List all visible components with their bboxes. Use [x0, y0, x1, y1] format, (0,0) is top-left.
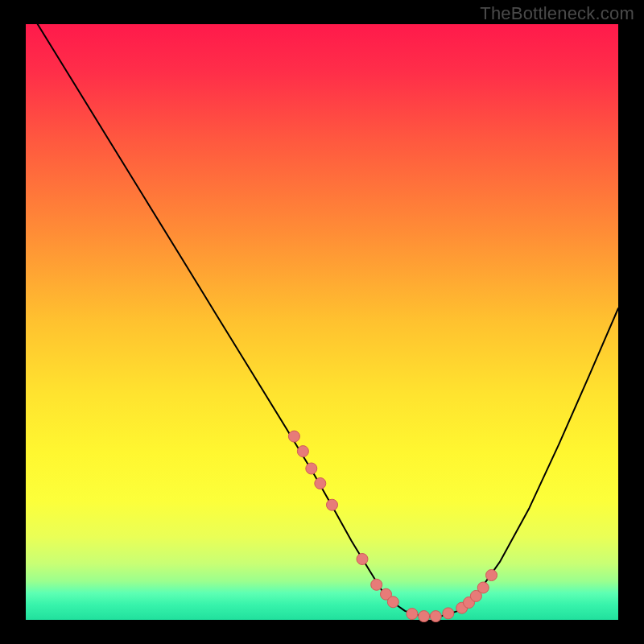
fit-marker: [371, 579, 382, 590]
fit-marker: [430, 611, 441, 622]
chart-frame: TheBottleneck.com: [0, 0, 644, 644]
fit-marker: [477, 582, 489, 593]
fit-marker: [443, 608, 454, 619]
fit-marker: [486, 570, 497, 581]
fit-marker: [419, 611, 430, 622]
fit-marker: [297, 446, 308, 457]
fit-marker: [407, 609, 418, 620]
watermark-text: TheBottleneck.com: [480, 3, 634, 24]
fit-marker: [327, 499, 338, 510]
fit-marker: [315, 478, 326, 489]
fit-marker: [288, 431, 299, 442]
fit-marker: [357, 554, 368, 565]
fit-marker: [387, 597, 398, 608]
gradient-background: [26, 24, 618, 620]
bottleneck-plot: [0, 0, 644, 644]
fit-marker: [306, 463, 317, 474]
